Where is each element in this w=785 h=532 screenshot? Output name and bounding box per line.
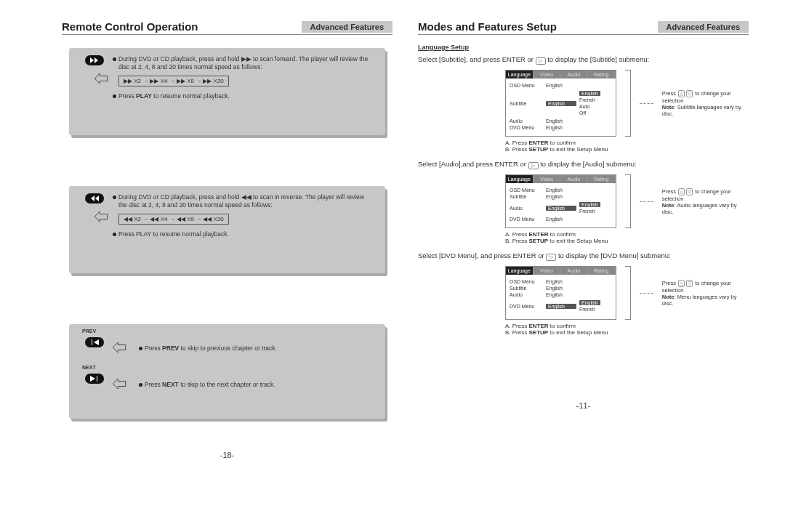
right-title: Modes and Features Setup <box>418 20 557 33</box>
rw-button-icon <box>85 193 104 203</box>
osd-audio: Language Video Audio Rating OSD MenuEngl… <box>505 174 749 228</box>
block1-line3: Press PLAY to resume normal playback. <box>113 92 371 100</box>
left-adv: Advanced Features <box>302 21 392 33</box>
dash-icon <box>640 293 653 294</box>
bracket-icon <box>625 266 632 320</box>
next-label: NEXT <box>82 365 96 370</box>
tab-rating: Rating <box>588 70 616 78</box>
next-button-icon <box>85 374 104 384</box>
confirm-audio: A. Press ENTER to confirm B. Press SETUP… <box>505 231 749 244</box>
ff-button-icon <box>85 55 104 65</box>
instr-dvdmenu: Select [DVD Menu], and press ENTER or ▷ … <box>418 251 749 260</box>
hand-icon <box>91 206 111 227</box>
tab-language: Language <box>506 70 534 78</box>
tab-rating: Rating <box>588 267 616 275</box>
bracket-icon <box>625 174 632 228</box>
left-header: Remote Control Operation Advanced Featur… <box>62 20 392 35</box>
page-num-right: -11- <box>418 401 749 410</box>
right-arrow-icon: ▷ <box>528 162 539 169</box>
prev-text: Press PREV to skip to previous chapter o… <box>139 343 277 354</box>
next-text: Press NEXT to skip to the next chapter o… <box>139 379 275 390</box>
block-reverse-scan: During DVD or CD playback, press and hol… <box>69 186 385 273</box>
up-icon: △ <box>678 90 685 97</box>
dash-icon <box>640 103 653 104</box>
prev-button-icon <box>85 337 104 347</box>
page-num-left: -18- <box>62 451 392 459</box>
left-title: Remote Control Operation <box>62 20 198 33</box>
hand-icon <box>109 337 129 358</box>
right-header: Modes and Features Setup Advanced Featur… <box>418 20 749 35</box>
up-icon: △ <box>678 280 685 287</box>
bracket-icon <box>625 70 632 137</box>
tab-language: Language <box>506 267 534 275</box>
side-note-subtitle: Press △▽ to change your selection Note: … <box>662 90 749 117</box>
tab-audio: Audio <box>560 70 588 78</box>
right-adv: Advanced Features <box>658 21 749 33</box>
tab-language: Language <box>506 175 534 183</box>
tab-video: Video <box>534 267 561 275</box>
hand-icon <box>91 68 111 89</box>
page-right: Modes and Features Setup Advanced Featur… <box>418 20 749 410</box>
block2-line3: Press PLAY to resume normal playback. <box>113 230 371 238</box>
tab-rating: Rating <box>588 175 616 183</box>
right-arrow-icon: ▷ <box>536 57 546 65</box>
instr-audio: Select [Audio],and press ENTER or ▷ to d… <box>418 160 749 169</box>
tab-video: Video <box>534 175 561 183</box>
block2-l1: During DVD or CD playback, press and hol… <box>118 193 303 201</box>
block-skip: PREV Press PREV to skip to previous chap… <box>69 324 385 419</box>
dvdmenu-options: English French <box>579 299 600 313</box>
osd-panel: Language Video Audio Rating OSD MenuEngl… <box>505 266 616 320</box>
block1-text: During DVD or CD playback, press and hol… <box>113 54 371 102</box>
speed-sequence-fwd: ▶▶ X2 → ▶▶ X4 → ▶▶ X8 → ▶▶ X20 <box>118 76 229 86</box>
osd-panel: Language Video Audio Rating OSD MenuEngl… <box>505 174 616 228</box>
confirm-dvdmenu: A. Press ENTER to confirm B. Press SETUP… <box>505 323 749 336</box>
confirm-subtitle: A. Press ENTER to confirm B. Press SETUP… <box>505 140 749 153</box>
osd-panel: Language Video Audio Rating OSD MenuEngl… <box>505 70 616 137</box>
down-icon: ▽ <box>686 90 693 97</box>
down-icon: ▽ <box>686 188 693 196</box>
block-forward-scan: During DVD or CD playback, press and hol… <box>69 48 385 135</box>
section-language-setup: Language Setup <box>418 44 749 51</box>
block2-line1: During DVD or CD playback, press and hol… <box>113 193 371 209</box>
tab-audio: Audio <box>560 267 588 275</box>
up-icon: △ <box>678 188 685 196</box>
down-icon: ▽ <box>686 280 693 287</box>
tab-audio: Audio <box>560 175 588 183</box>
right-arrow-icon: ▷ <box>546 254 556 261</box>
side-note-audio: Press △▽ to change your selection Note: … <box>662 188 749 215</box>
osd-dvdmenu: Language Video Audio Rating OSD MenuEngl… <box>505 266 749 320</box>
page-left: Remote Control Operation Advanced Featur… <box>62 20 392 459</box>
block1-line1: During DVD or CD playback, press and hol… <box>113 55 371 71</box>
dash-icon <box>640 201 653 202</box>
block2-text: During DVD or CD playback, press and hol… <box>113 192 371 240</box>
instr-subtitle: Select [Subtitle], and press ENTER or ▷ … <box>418 55 749 64</box>
side-note-dvdmenu: Press △▽ to change your selection Note: … <box>662 280 749 307</box>
audio-options: English French <box>579 201 600 215</box>
subtitle-options: English French Auto Off <box>579 89 600 117</box>
hand-icon <box>109 374 129 394</box>
osd-subtitle: Language Video Audio Rating OSD MenuEngl… <box>505 70 749 137</box>
tab-video: Video <box>534 70 561 78</box>
block1-l1: During DVD or CD playback, press and hol… <box>118 55 297 63</box>
speed-sequence-rev: ◀◀ X2 → ◀◀ X4 → ◀◀ X8 → ◀◀ X20 <box>118 214 229 225</box>
prev-label: PREV <box>82 329 96 334</box>
